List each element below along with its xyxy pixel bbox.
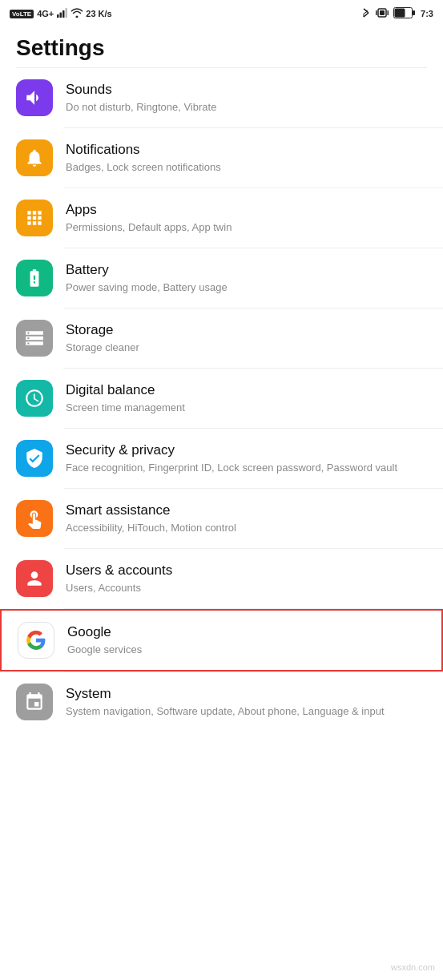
users-accounts-icon [24,568,45,589]
svg-rect-9 [395,9,405,18]
apps-subtitle: Permissions, Default apps, App twin [66,220,427,235]
sounds-icon [24,87,45,108]
settings-item-notifications[interactable]: Notifications Badges, Lock screen notifi… [0,128,443,188]
apps-icon-wrapper [16,200,53,236]
svg-rect-1 [60,13,62,18]
system-icon [24,692,45,712]
time-display: 7:3 [421,9,433,18]
settings-item-smart-assistance[interactable]: Smart assistance Accessibility, HiTouch,… [0,489,443,548]
svg-rect-7 [388,10,389,15]
digital-balance-subtitle: Screen time management [66,401,427,415]
storage-icon-wrapper [16,320,53,357]
smart-assistance-icon [24,508,45,529]
svg-rect-2 [62,10,65,18]
settings-item-apps[interactable]: Apps Permissions, Default apps, App twin [0,188,443,248]
settings-item-google[interactable]: Google Google services [0,609,443,671]
sounds-title: Sounds [66,81,427,99]
apps-title: Apps [66,201,427,219]
notifications-icon [24,147,45,168]
settings-item-security-privacy[interactable]: Security & privacy Face recognition, Fin… [0,429,443,488]
notifications-title: Notifications [66,141,427,159]
page-title: Settings [0,26,443,67]
security-privacy-title: Security & privacy [66,442,427,459]
battery-icon [24,268,45,288]
battery-icon-wrapper [16,260,53,296]
storage-title: Storage [66,321,427,339]
smart-assistance-title: Smart assistance [66,502,427,519]
apps-text: Apps Permissions, Default apps, App twin [66,201,427,235]
battery-text: Battery Power saving mode, Battery usage [66,261,427,295]
svg-rect-0 [57,14,59,18]
storage-subtitle: Storage cleaner [66,341,427,355]
battery-subtitle: Power saving mode, Battery usage [66,280,427,295]
network-indicator: 4G+ [37,9,54,18]
apps-icon [24,208,45,228]
users-accounts-title: Users & accounts [66,562,427,579]
wifi-icon [71,8,83,19]
notifications-subtitle: Badges, Lock screen notifications [66,160,427,175]
settings-item-sounds[interactable]: Sounds Do not disturb, Ringtone, Vibrate [0,68,443,127]
digital-balance-title: Digital balance [66,381,427,399]
google-text: Google Google services [67,623,425,657]
sounds-subtitle: Do not disturb, Ringtone, Vibrate [66,100,427,115]
sounds-icon-wrapper [16,79,53,116]
storage-text: Storage Storage cleaner [66,321,427,355]
system-title: System [66,685,427,703]
battery-icon [393,7,416,20]
security-privacy-icon [24,448,45,469]
svg-rect-6 [376,10,377,15]
settings-item-storage[interactable]: Storage Storage cleaner [0,309,443,368]
smart-assistance-text: Smart assistance Accessibility, HiTouch,… [66,502,427,535]
notifications-text: Notifications Badges, Lock screen notifi… [66,141,427,175]
users-accounts-subtitle: Users, Accounts [66,581,427,595]
google-icon-wrapper [18,622,54,659]
speed-indicator: 23 K/s [86,9,111,18]
vibrate-icon [376,7,389,20]
storage-icon [24,328,45,349]
svg-rect-5 [380,10,385,15]
svg-rect-3 [66,8,68,18]
digital-balance-icon-wrapper [16,380,53,417]
google-icon [26,630,46,651]
digital-balance-icon [24,388,45,409]
status-bar: VoLTE 4G+ 23 K/s [0,0,443,26]
security-privacy-subtitle: Face recognition, Fingerprint ID, Lock s… [66,461,427,475]
system-icon-wrapper [16,684,53,720]
digital-balance-text: Digital balance Screen time management [66,381,427,415]
battery-title: Battery [66,261,427,279]
google-title: Google [67,623,425,641]
watermark: wsxdn.com [391,962,435,972]
security-privacy-icon-wrapper [16,440,53,477]
security-privacy-text: Security & privacy Face recognition, Fin… [66,442,427,475]
users-accounts-text: Users & accounts Users, Accounts [66,562,427,595]
settings-item-system[interactable]: System System navigation, Software updat… [0,672,443,732]
bluetooth-icon [361,6,371,21]
notifications-icon-wrapper [16,139,53,176]
status-right: 7:3 [361,6,433,21]
settings-item-battery[interactable]: Battery Power saving mode, Battery usage [0,248,443,308]
sounds-text: Sounds Do not disturb, Ringtone, Vibrate [66,81,427,115]
settings-item-digital-balance[interactable]: Digital balance Screen time management [0,369,443,428]
system-text: System System navigation, Software updat… [66,685,427,719]
google-subtitle: Google services [67,643,425,657]
signal-icon [57,8,68,19]
status-left: VoLTE 4G+ 23 K/s [10,8,112,19]
smart-assistance-subtitle: Accessibility, HiTouch, Motion control [66,521,427,535]
smart-assistance-icon-wrapper [16,500,53,537]
users-accounts-icon-wrapper [16,560,53,597]
system-subtitle: System navigation, Software update, Abou… [66,704,427,719]
settings-item-users-accounts[interactable]: Users & accounts Users, Accounts [0,549,443,608]
volte-indicator: VoLTE [10,10,34,18]
svg-rect-10 [413,10,415,15]
